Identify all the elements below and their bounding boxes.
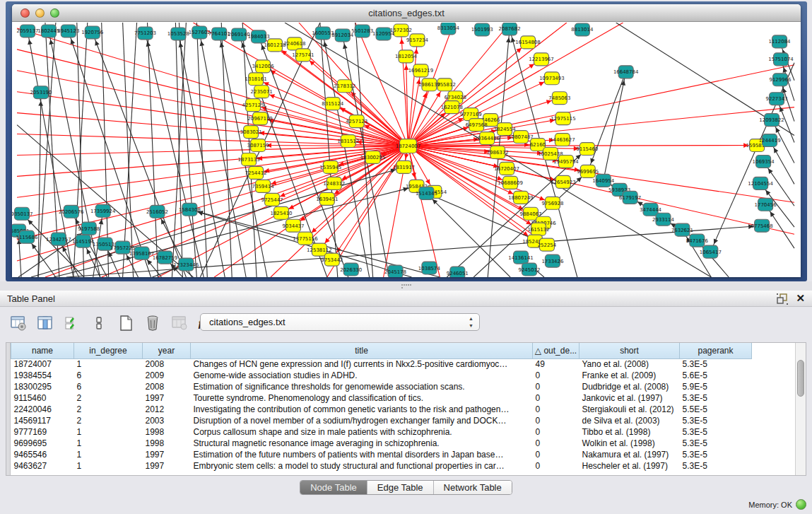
table-row[interactable]: 2242004622012Investigating the contribut…: [11, 404, 752, 415]
graph-node[interactable]: 9157234: [406, 34, 429, 47]
table-row[interactable]: 1872400712008Changes of HCN gene express…: [11, 358, 752, 370]
graph-node[interactable]: 16154808: [515, 36, 540, 49]
panel-divider[interactable]: [0, 281, 812, 291]
graph-node[interactable]: 1986139: [418, 78, 440, 91]
tab-network-table[interactable]: Network Table: [434, 481, 512, 494]
new-table-button[interactable]: [114, 312, 137, 334]
graph-node[interactable]: 9245012: [518, 263, 540, 276]
graph-node[interactable]: 16961219: [408, 64, 433, 77]
column-header-pagerank[interactable]: pagerank: [680, 343, 752, 358]
column-header-title[interactable]: title: [191, 343, 533, 358]
graph-node[interactable]: 8471676: [686, 234, 708, 247]
table-select-dropdown[interactable]: citations_edges.txt ▲▼: [200, 313, 480, 331]
graph-node[interactable]: 2087682: [499, 23, 521, 35]
table-row[interactable]: 946554611997Estimation of the future num…: [11, 449, 752, 460]
graph-node[interactable]: 1112084: [769, 35, 792, 48]
table-cell: 9115460: [11, 392, 74, 404]
graph-node[interactable]: 1873133: [238, 153, 260, 165]
table-row[interactable]: 969969511998Structural magnetic resonanc…: [11, 438, 752, 449]
graph-node[interactable]: 9034437: [282, 219, 304, 232]
column-header-short[interactable]: short: [579, 343, 680, 358]
graph-node[interactable]: 9350137: [12, 207, 33, 220]
graph-node[interactable]: 1812054: [395, 50, 418, 63]
graph-node[interactable]: 1069354: [753, 155, 775, 168]
graph-node[interactable]: 8945123: [57, 25, 79, 37]
delete-table-button[interactable]: [141, 312, 164, 334]
graph-node[interactable]: 16648784: [613, 66, 639, 78]
network-canvas[interactable]: 1872400797558126734028162107897771697462…: [12, 23, 801, 277]
graph-node[interactable]: 1984033: [248, 30, 270, 43]
graph-node[interactable]: 7254412: [245, 166, 267, 179]
graph-node[interactable]: 4257123: [346, 115, 367, 128]
column-check-button[interactable]: [61, 312, 83, 334]
graph-node[interactable]: 1527602: [189, 26, 211, 39]
table-cell: Nakamura et al. (1997): [579, 449, 680, 460]
tab-node-table[interactable]: Node Table: [300, 481, 367, 494]
graph-node[interactable]: 5501283: [351, 25, 373, 37]
table-row[interactable]: 1830029562008Estimation of significance …: [11, 381, 752, 392]
graph-node[interactable]: 1600553: [312, 27, 334, 40]
table-row[interactable]: 1938455462009Genome-wide association stu…: [11, 370, 752, 381]
graph-node[interactable]: 1920756: [81, 26, 103, 39]
graph-node[interactable]: 2069140: [228, 28, 250, 41]
graph-node[interactable]: 20967119: [247, 112, 272, 125]
table-row[interactable]: 946362711997Embryonic stem cells: a mode…: [11, 460, 752, 472]
show-columns-button[interactable]: [34, 312, 57, 334]
graph-node[interactable]: 2240618: [283, 37, 305, 50]
graph-node[interactable]: 10688609: [498, 176, 522, 189]
graph-node[interactable]: 12213967: [529, 53, 553, 66]
graph-node[interactable]: 9756928: [541, 197, 563, 209]
node-table-grid[interactable]: namein_degreeyeartitle△ out_de...shortpa…: [11, 343, 752, 472]
graph-node[interactable]: 8813014: [571, 23, 594, 36]
network-graph[interactable]: 1872400797558126734028162107897771697462…: [12, 23, 801, 277]
float-panel-icon[interactable]: [776, 293, 788, 305]
graph-node[interactable]: 8313054: [437, 23, 460, 35]
row-height-button[interactable]: [88, 312, 110, 334]
graph-node[interactable]: 1501993: [471, 23, 493, 36]
column-header-out-de-[interactable]: △ out_de...: [533, 343, 579, 358]
graph-node[interactable]: 12975115: [551, 112, 575, 125]
table-row[interactable]: 977716911998Corpus callosum shape and si…: [11, 426, 752, 438]
table-cell: Jankovic et al. (1997): [579, 392, 680, 404]
table-scrollbar-thumb[interactable]: [797, 360, 804, 397]
graph-node[interactable]: 15751074: [768, 53, 794, 66]
graph-node[interactable]: 1275741: [292, 49, 314, 62]
graph-node[interactable]: 1584308: [179, 203, 201, 216]
graph-node[interactable]: 9699695: [577, 165, 599, 177]
column-header-in-degree[interactable]: in_degree: [74, 343, 143, 358]
column-header-year[interactable]: year: [143, 343, 191, 358]
graph-node[interactable]: 3083021: [240, 126, 262, 139]
graph-node[interactable]: 1733426: [541, 255, 563, 267]
table-cell: 5.3E-5: [680, 358, 752, 370]
graph-node[interactable]: 14136141: [508, 251, 533, 264]
column-header-name[interactable]: name: [11, 343, 74, 358]
window-titlebar[interactable]: citations_edges.txt: [12, 4, 801, 22]
table-row[interactable]: 911546021997Tourette syndrome. Phenomeno…: [11, 392, 752, 404]
tab-edge-table[interactable]: Edge Table: [367, 481, 434, 494]
close-panel-icon[interactable]: ✕: [796, 292, 805, 305]
graph-node[interactable]: 252254: [538, 238, 557, 251]
graph-node[interactable]: 9246051: [447, 267, 469, 277]
graph-node[interactable]: 7751203: [134, 27, 156, 40]
graph-node[interactable]: 6775468: [751, 219, 773, 232]
graph-node[interactable]: 9227343: [766, 93, 788, 105]
import-table-button[interactable]: [168, 312, 191, 334]
graph-node[interactable]: 2235071: [251, 86, 273, 98]
graph-node[interactable]: 12104554: [748, 177, 773, 189]
graph-node[interactable]: 14463627: [550, 134, 575, 146]
graph-node[interactable]: 1248312: [323, 177, 345, 189]
graph-node[interactable]: 7764101: [208, 28, 230, 40]
graph-node[interactable]: 1318161: [245, 73, 267, 86]
graph-node[interactable]: 1639451: [316, 192, 338, 205]
graph-node[interactable]: 8912034: [331, 29, 354, 42]
graph-node[interactable]: 2059137: [16, 25, 38, 37]
graph-node[interactable]: 17359924: [90, 204, 116, 217]
graph-node[interactable]: 9129966: [770, 74, 792, 86]
table-scrollbar[interactable]: [795, 343, 806, 475]
divider-grip-icon[interactable]: [401, 284, 411, 288]
graph-node[interactable]: 7485063: [548, 92, 570, 105]
graph-node[interactable]: 2516052: [146, 205, 168, 218]
table-settings-button[interactable]: [7, 312, 30, 334]
table-row[interactable]: 1456911722003Disruption of a novel membe…: [11, 415, 752, 426]
edge-arrowhead-icon: [28, 40, 33, 45]
